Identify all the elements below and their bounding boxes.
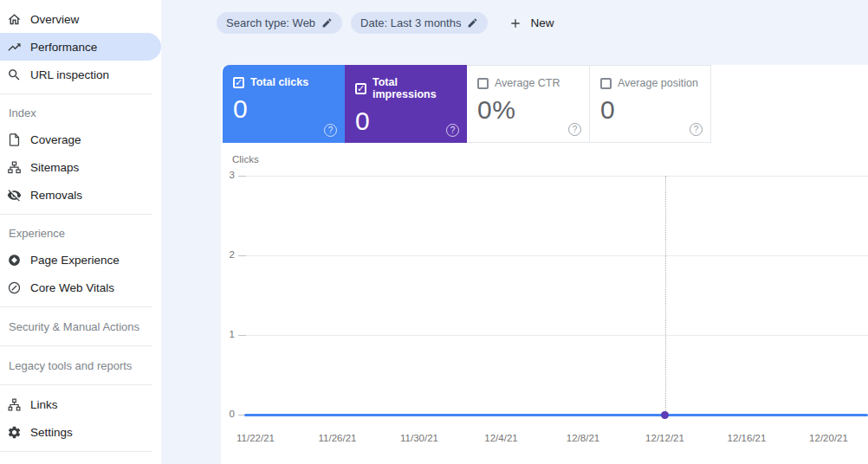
sidebar-item-label: Sitemaps bbox=[30, 161, 79, 174]
sidebar-item-settings[interactable]: Settings bbox=[0, 418, 161, 446]
metric-label: Average CTR bbox=[495, 77, 560, 89]
chart-y-axis-title: Clicks bbox=[232, 154, 259, 164]
new-filter-button[interactable]: New bbox=[502, 12, 560, 34]
sidebar-item-removals[interactable]: Removals bbox=[0, 181, 161, 209]
chart-x-tick-label: 12/12/21 bbox=[635, 433, 696, 443]
sidebar-divider bbox=[0, 214, 152, 215]
sidebar-item-page-experience[interactable]: Page Experience bbox=[0, 246, 161, 274]
sidebar-item-links[interactable]: Links bbox=[0, 390, 161, 418]
total-impressions-checkbox[interactable]: ✓ bbox=[355, 83, 366, 94]
sidebar-divider bbox=[0, 306, 152, 307]
sidebar-item-coverage[interactable]: Coverage bbox=[0, 126, 161, 153]
chart-y-tick-label: 3 bbox=[219, 170, 235, 180]
sidebar-item-label: Removals bbox=[30, 189, 82, 202]
sidebar-item-sitemaps[interactable]: Sitemaps bbox=[0, 153, 161, 181]
average-position-checkbox[interactable]: ✓ bbox=[600, 78, 612, 89]
search-type-filter-chip[interactable]: Search type: Web bbox=[217, 12, 342, 34]
chart-x-tick-label: 12/16/21 bbox=[716, 433, 777, 443]
sidebar-item-performance[interactable]: Performance bbox=[0, 33, 161, 61]
sidebar-item-label: Page Experience bbox=[30, 254, 120, 267]
filter-bar: Search type: Web Date: Last 3 months New bbox=[161, 0, 868, 65]
chart-x-tick-label: 11/22/21 bbox=[225, 433, 286, 443]
chart-x-tick-label: 12/4/21 bbox=[471, 433, 532, 443]
help-icon[interactable]: ? bbox=[568, 123, 581, 136]
total-impressions-card[interactable]: ✓ Total impressions 0 ? bbox=[345, 65, 467, 143]
help-icon[interactable]: ? bbox=[324, 124, 337, 137]
settings-icon bbox=[5, 423, 23, 441]
links-icon bbox=[5, 396, 23, 413]
removals-icon bbox=[5, 186, 23, 203]
pencil-icon bbox=[467, 17, 478, 29]
sidebar-item-label: Coverage bbox=[30, 133, 81, 146]
clicks-chart-plot-area: 321011/22/2111/26/2111/30/2112/4/2112/8/… bbox=[244, 176, 868, 415]
sitemaps-icon bbox=[5, 158, 23, 176]
chart-x-tick-label: 12/8/21 bbox=[553, 433, 613, 443]
performance-icon bbox=[5, 38, 23, 55]
sidebar-section-index: Index bbox=[0, 100, 161, 126]
chart-x-tick-label: 12/20/21 bbox=[799, 433, 859, 443]
date-filter-chip[interactable]: Date: Last 3 months bbox=[351, 12, 488, 34]
chart-x-tick-label: 11/26/21 bbox=[308, 433, 368, 443]
help-icon[interactable]: ? bbox=[446, 124, 459, 137]
page-experience-icon bbox=[5, 251, 23, 268]
plus-icon bbox=[508, 16, 522, 30]
sidebar-item-overview[interactable]: Overview bbox=[0, 5, 161, 33]
core-web-vitals-icon bbox=[5, 279, 23, 296]
chart-y-tick-mark bbox=[238, 255, 246, 256]
clicks-series-line bbox=[244, 414, 868, 416]
metric-value: 0 bbox=[233, 94, 334, 124]
metric-value: 0 bbox=[355, 106, 457, 136]
sidebar-group-security-manual-actions[interactable]: Security & Manual Actions bbox=[0, 313, 161, 340]
metric-value: 0% bbox=[477, 95, 579, 125]
help-icon[interactable]: ? bbox=[690, 123, 703, 136]
total-clicks-checkbox[interactable]: ✓ bbox=[233, 77, 244, 88]
sidebar-item-label: Links bbox=[30, 398, 58, 411]
sidebar-item-url-inspection[interactable]: URL inspection bbox=[0, 61, 161, 88]
sidebar-divider bbox=[0, 93, 152, 94]
chart-y-tick-mark bbox=[238, 176, 246, 177]
home-icon bbox=[5, 10, 23, 28]
chart-gridline bbox=[244, 255, 868, 256]
chart-y-tick-label: 1 bbox=[219, 329, 235, 339]
chart-y-tick-label: 2 bbox=[219, 249, 235, 260]
sidebar-divider bbox=[0, 384, 152, 385]
average-position-card[interactable]: ✓ Average position 0 ? bbox=[589, 65, 711, 143]
average-ctr-checkbox[interactable]: ✓ bbox=[477, 78, 489, 89]
new-button-label: New bbox=[530, 16, 554, 29]
chart-y-tick-mark bbox=[238, 335, 246, 336]
sidebar-item-label: Settings bbox=[30, 426, 73, 439]
sidebar-divider bbox=[0, 451, 152, 452]
performance-report-panel: ✓ Total clicks 0 ? ✓ Total impressions 0… bbox=[221, 65, 868, 464]
hover-guide-line bbox=[665, 176, 666, 415]
sidebar-item-core-web-vitals[interactable]: Core Web Vitals bbox=[0, 274, 161, 301]
sidebar-divider bbox=[0, 345, 152, 346]
sidebar-item-label: Performance bbox=[30, 41, 97, 54]
sidebar-item-label: URL inspection bbox=[30, 68, 109, 81]
sidebar-section-experience: Experience bbox=[0, 220, 161, 246]
pencil-icon bbox=[321, 17, 333, 29]
sidebar: Overview Performance URL inspection Inde… bbox=[0, 0, 161, 464]
sidebar-item-label: Overview bbox=[30, 13, 79, 26]
average-ctr-card[interactable]: ✓ Average CTR 0% ? bbox=[467, 65, 589, 143]
metric-label: Total impressions bbox=[372, 76, 457, 100]
metric-cards: ✓ Total clicks 0 ? ✓ Total impressions 0… bbox=[223, 65, 711, 143]
chart-y-tick-label: 0 bbox=[219, 409, 235, 419]
total-clicks-card[interactable]: ✓ Total clicks 0 ? bbox=[223, 65, 345, 143]
highlighted-data-point bbox=[661, 411, 669, 419]
metric-label: Average position bbox=[618, 77, 698, 89]
sidebar-group-legacy-tools[interactable]: Legacy tools and reports bbox=[0, 351, 161, 379]
chart-gridline bbox=[244, 176, 868, 177]
chart-x-tick-label: 11/30/21 bbox=[389, 433, 450, 443]
chart-gridline bbox=[244, 335, 868, 336]
metric-label: Total clicks bbox=[250, 76, 308, 88]
filter-label: Date: Last 3 months bbox=[360, 16, 461, 29]
filter-label: Search type: Web bbox=[226, 16, 315, 29]
sidebar-item-label: Core Web Vitals bbox=[30, 281, 114, 294]
coverage-icon bbox=[5, 131, 23, 148]
metric-value: 0 bbox=[600, 95, 700, 125]
url-inspection-icon bbox=[5, 66, 23, 83]
